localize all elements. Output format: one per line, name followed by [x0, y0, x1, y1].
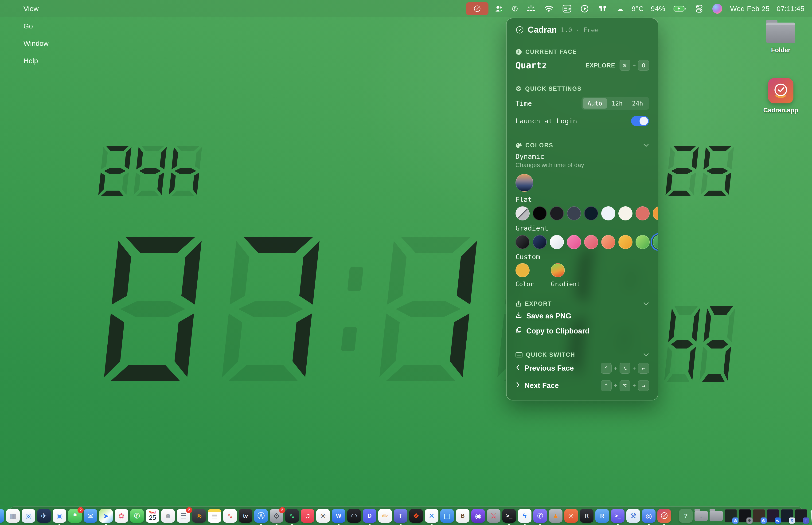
flat-swatch-4[interactable] — [584, 206, 598, 221]
dynamic-swatch[interactable] — [516, 174, 533, 192]
dock-item-xcode[interactable]: ⚒ — [626, 509, 640, 523]
dock-item-window-terminal[interactable]: ◎ — [724, 509, 737, 522]
dock-item-documents-folder[interactable] — [709, 511, 723, 521]
previous-face-button[interactable]: Previous Face⌃+⌥+← — [516, 360, 649, 377]
dock-item-arc[interactable]: ◠ — [347, 509, 361, 523]
dock-item-telescope-app[interactable]: ◎ — [642, 509, 656, 523]
time-option-24h[interactable]: 24h — [627, 98, 648, 108]
siri-icon[interactable] — [709, 2, 725, 15]
dock-item-maps[interactable]: ➤ — [99, 509, 113, 523]
dock-item-system-settings[interactable]: ⚙2 — [270, 509, 284, 523]
flat-swatch-6[interactable] — [618, 206, 632, 221]
custom-gradient-swatch[interactable] — [551, 263, 565, 277]
dock-item-vlc[interactable]: ▲ — [549, 509, 563, 523]
desktop-icon-cadran-app[interactable]: Cadran.app — [755, 78, 807, 114]
dock-item-music[interactable]: ♫ — [301, 509, 315, 523]
menu-item-go[interactable]: Go — [18, 17, 54, 35]
chevron-down-icon[interactable] — [643, 144, 649, 147]
flat-swatch-2[interactable] — [550, 206, 564, 221]
dock-item-r-blue-app[interactable]: R — [595, 509, 609, 523]
flat-swatch-5[interactable] — [601, 206, 615, 221]
dock-item-messages[interactable]: ❝2 — [68, 509, 82, 523]
flat-swatch-0[interactable] — [516, 206, 530, 221]
dock-item-chrome[interactable]: ◉ — [52, 509, 66, 523]
dock-item-app-store[interactable]: Ⓐ — [254, 509, 268, 523]
dock-item-messenger[interactable]: ϟ — [518, 509, 532, 523]
flat-swatch-7[interactable] — [635, 206, 650, 221]
dock-item-window-media[interactable]: ⚙ — [739, 509, 751, 522]
custom-color-swatch[interactable] — [516, 263, 530, 277]
teams-status-icon[interactable] — [492, 2, 506, 15]
gradient-swatch-0[interactable] — [516, 235, 530, 249]
dock-item-photos[interactable]: ✿ — [114, 509, 128, 523]
dock-item-warp[interactable]: >_ — [611, 509, 625, 523]
dock-item-activity-monitor[interactable]: ∿ — [285, 509, 299, 523]
menu-item-window[interactable]: Window — [18, 35, 54, 52]
dock-item-launchpad[interactable]: ▦ — [6, 509, 20, 523]
next-face-button[interactable]: Next Face⌃+⌥+→ — [516, 377, 649, 394]
dock-item-github[interactable]: ◉ — [471, 509, 485, 523]
gradient-swatch-5[interactable] — [601, 235, 615, 249]
airpods-icon[interactable] — [595, 2, 610, 15]
dock-item-r-dark-app[interactable]: R — [580, 509, 594, 523]
dock-item-contacts[interactable]: ☻ — [161, 509, 175, 523]
cadran-menubar-icon[interactable] — [466, 2, 489, 15]
dock-item-downloads-folder[interactable]: ↓ — [694, 511, 708, 521]
quick-switch-header[interactable]: QUICK SWITCH — [516, 350, 649, 360]
play-circle-icon[interactable] — [578, 2, 592, 15]
explore-button[interactable]: EXPLORE ⌘+O — [585, 60, 649, 71]
gradient-swatch-3[interactable] — [567, 235, 581, 249]
dock-item-freeform[interactable]: ∿ — [223, 509, 237, 523]
dock-item-safari[interactable]: ◎ — [21, 509, 35, 523]
dock-item-telegram[interactable]: ✈ — [37, 509, 51, 523]
dock-item-riot[interactable]: ⚔ — [487, 509, 501, 523]
flat-swatch-3[interactable] — [567, 206, 581, 221]
chevron-down-icon[interactable] — [643, 353, 649, 357]
weather-cloud-icon[interactable]: ☁ — [614, 2, 626, 15]
dock-item-window-teams[interactable]: T — [795, 509, 807, 522]
dock-item-calendar[interactable]: Wed25 — [146, 509, 159, 523]
battery-icon[interactable] — [671, 2, 689, 15]
gradient-swatch-8[interactable] — [653, 235, 658, 249]
export-header[interactable]: EXPORT — [516, 299, 649, 309]
dock-item-mail[interactable]: ✉ — [83, 509, 97, 523]
gradient-swatch-7[interactable] — [635, 235, 650, 249]
copy-to-clipboard-button[interactable]: Copy to Clipboard — [516, 324, 649, 339]
dock-item-window-brown[interactable]: ◎ — [753, 509, 765, 522]
control-center-icon[interactable] — [692, 2, 706, 15]
dock-item-notes[interactable]: ≣ — [208, 509, 221, 523]
time-option-auto[interactable]: Auto — [583, 98, 607, 108]
flat-swatch-8[interactable] — [653, 206, 658, 221]
dock-item-trash[interactable] — [809, 509, 812, 523]
time-option-12h[interactable]: 12h — [607, 98, 627, 108]
dock-item-laser-app[interactable]: ✳ — [564, 509, 578, 523]
menu-bar-date[interactable]: Wed Feb 25 — [729, 5, 771, 13]
dock-item-reminders[interactable]: ☰2 — [177, 509, 190, 523]
dock-item-dbeaver[interactable]: B — [456, 509, 470, 523]
flat-swatch-1[interactable] — [533, 206, 547, 221]
window-switcher-icon[interactable]: ⌘ — [560, 2, 574, 15]
dock-item-window-xcode[interactable]: ⚒ — [781, 509, 793, 522]
desktop-icon-folder[interactable]: Folder — [755, 22, 807, 54]
dock-item-vscode[interactable]: ✕ — [425, 509, 439, 523]
dock-item-apple-tv[interactable]: tv — [239, 509, 252, 523]
dock-item-docker[interactable]: ▤ — [440, 509, 454, 523]
launch-at-login-toggle[interactable] — [631, 116, 649, 126]
dock-item-finder[interactable]: ☺ — [0, 509, 4, 523]
dock-item-figma[interactable]: ❖ — [409, 509, 423, 523]
dock-item-calculator[interactable]: % — [192, 509, 206, 523]
menu-item-view[interactable]: View — [18, 0, 54, 17]
menu-item-help[interactable]: Help — [18, 52, 54, 70]
gradient-swatch-2[interactable] — [550, 235, 564, 249]
dock-item-missing-app[interactable]: ? — [679, 509, 693, 523]
dock-item-wave-app[interactable]: W — [332, 509, 346, 523]
dock-item-ms-teams[interactable]: T — [394, 509, 408, 523]
dock-item-cadran-dock[interactable] — [657, 509, 671, 523]
viber-icon[interactable]: ✆ — [509, 2, 521, 15]
dock-item-viber[interactable]: ✆ — [533, 509, 547, 523]
wifi-icon[interactable] — [541, 2, 556, 15]
rays-icon[interactable] — [524, 2, 538, 15]
save-as-png-button[interactable]: Save as PNG — [516, 309, 649, 324]
dock-item-discord[interactable]: D — [363, 509, 377, 523]
colors-header[interactable]: COLORS — [516, 140, 649, 150]
